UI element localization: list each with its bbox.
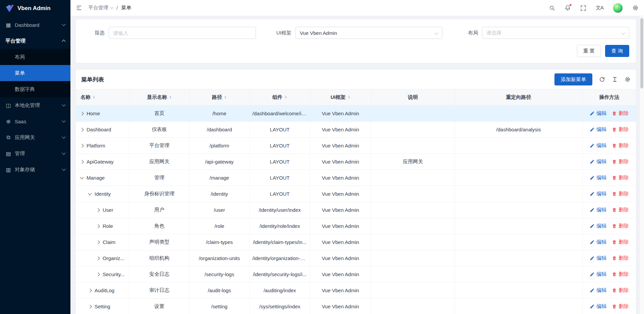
chevron-right-icon[interactable] bbox=[88, 305, 92, 308]
sidebar-item-gateway[interactable]: ⧉应用网关 bbox=[0, 129, 70, 145]
search-icon[interactable] bbox=[549, 5, 555, 11]
layout-select[interactable]: 请选择 bbox=[482, 27, 629, 39]
delete-button[interactable]: 删除 bbox=[612, 287, 629, 294]
table-row[interactable]: AuditLog审计日志/audit-logs/auditing/indexVu… bbox=[76, 282, 636, 299]
cell-ui-framework: Vue Vben Admin bbox=[310, 186, 371, 202]
fullscreen-icon[interactable] bbox=[580, 5, 586, 11]
table-row[interactable]: User用户/user/identity/user/indexVue Vben … bbox=[76, 202, 636, 218]
edit-button[interactable]: 编辑 bbox=[590, 303, 606, 310]
chevron-down-icon[interactable] bbox=[88, 191, 92, 195]
column-header-4[interactable]: UI框架▲▼ bbox=[310, 89, 371, 106]
table-row[interactable]: Security...安全日志/security-logs/identity/s… bbox=[76, 266, 636, 282]
menu-fold-icon[interactable] bbox=[76, 5, 82, 11]
add-menu-button[interactable]: 添加新菜单 bbox=[554, 73, 592, 85]
filter-card: 筛选 UI框架 Vue Vben Admin 布局 bbox=[76, 19, 636, 63]
column-header-0[interactable]: 名称▲▼ bbox=[76, 89, 129, 106]
table-row[interactable]: Organiz...组织机构/organization-units/identi… bbox=[76, 250, 636, 266]
edit-button[interactable]: 编辑 bbox=[590, 207, 606, 213]
edit-button[interactable]: 编辑 bbox=[590, 239, 606, 245]
delete-button[interactable]: 删除 bbox=[612, 142, 629, 149]
filter-input-wrap bbox=[109, 27, 256, 39]
chevron-right-icon[interactable] bbox=[96, 224, 100, 228]
chevron-right-icon[interactable] bbox=[96, 256, 100, 260]
chevron-right-icon[interactable] bbox=[80, 128, 84, 131]
table-row[interactable]: Role角色/role/identity/role/indexVue Vben … bbox=[76, 218, 636, 234]
search-button[interactable]: 查 询 bbox=[605, 45, 629, 57]
cell-name: Dashboard bbox=[76, 122, 129, 138]
sort-caret-icon[interactable]: ▲▼ bbox=[93, 96, 95, 99]
user-avatar[interactable] bbox=[613, 3, 623, 13]
column-header-1[interactable]: 显示名称▲▼ bbox=[129, 89, 189, 106]
edit-button[interactable]: 编辑 bbox=[590, 175, 606, 181]
sidebar-item-storage[interactable]: ▥对象存储 bbox=[0, 162, 70, 178]
translate-icon[interactable]: 文A bbox=[596, 5, 603, 11]
reset-button[interactable]: 重 置 bbox=[577, 45, 601, 57]
breadcrumb-parent[interactable]: 平台管理 bbox=[88, 5, 113, 11]
delete-button[interactable]: 删除 bbox=[612, 175, 629, 181]
chevron-right-icon[interactable] bbox=[96, 240, 100, 244]
delete-button[interactable]: 删除 bbox=[612, 239, 629, 245]
sort-caret-icon[interactable]: ▲▼ bbox=[348, 96, 351, 99]
edit-button[interactable]: 编辑 bbox=[590, 159, 606, 165]
delete-button[interactable]: 删除 bbox=[612, 303, 629, 310]
table-row[interactable]: ApiGateway应用网关/api-gatewayLAYOUTVue Vben… bbox=[76, 154, 636, 170]
sidebar-subitem-layout[interactable]: 布局 bbox=[0, 49, 70, 65]
delete-button[interactable]: 删除 bbox=[612, 159, 629, 165]
edit-button[interactable]: 编辑 bbox=[590, 191, 606, 197]
column-header-2[interactable]: 路径▲▼ bbox=[189, 89, 250, 106]
table-row[interactable]: Manage管理/manageLAYOUTVue Vben Admin编辑删除 bbox=[76, 170, 636, 186]
table-row[interactable]: Dashboard仪表板/dashboardLAYOUTVue Vben Adm… bbox=[76, 122, 636, 138]
sidebar-item-dashboard[interactable]: ▦Dashboard bbox=[0, 17, 70, 33]
table-body: Home首页/home/dashboard/welcome/in...Vue V… bbox=[76, 106, 636, 314]
sort-caret-icon[interactable]: ▲▼ bbox=[169, 96, 172, 99]
chevron-right-icon[interactable] bbox=[80, 160, 84, 164]
refresh-icon[interactable] bbox=[599, 76, 605, 82]
scrollbar-thumb[interactable] bbox=[640, 18, 643, 88]
scrollbar[interactable] bbox=[639, 16, 644, 314]
sidebar-item-localization[interactable]: ◫本地化管理 bbox=[0, 97, 70, 113]
chevron-right-icon[interactable] bbox=[96, 208, 100, 212]
table-row[interactable]: Platform平台管理/platformLAYOUTVue Vben Admi… bbox=[76, 138, 636, 154]
ui-framework-select[interactable]: Vue Vben Admin bbox=[296, 27, 443, 39]
chevron-right-icon[interactable] bbox=[88, 289, 92, 292]
chevron-right-icon[interactable] bbox=[96, 272, 100, 276]
settings-icon[interactable] bbox=[632, 5, 639, 11]
table-row[interactable]: Home首页/home/dashboard/welcome/in...Vue V… bbox=[76, 106, 636, 122]
table-row[interactable]: Claim声明类型/claim-types/identity/claim-typ… bbox=[76, 234, 636, 250]
cell-display-name: 管理 bbox=[129, 170, 189, 186]
delete-button[interactable]: 删除 bbox=[612, 191, 629, 197]
sidebar-item-label: 对象存储 bbox=[15, 167, 59, 173]
delete-button[interactable]: 删除 bbox=[612, 110, 629, 117]
delete-button[interactable]: 删除 bbox=[612, 126, 629, 133]
chevron-right-icon[interactable] bbox=[80, 112, 84, 115]
sort-caret-icon[interactable]: ▲▼ bbox=[224, 96, 227, 99]
logo[interactable]: Vben Admin bbox=[0, 0, 70, 17]
sidebar-item-saas[interactable]: ⊕Saas bbox=[0, 113, 70, 129]
delete-button[interactable]: 删除 bbox=[612, 255, 629, 261]
sidebar-item-manage[interactable]: ▤管理 bbox=[0, 145, 70, 162]
delete-button[interactable]: 删除 bbox=[612, 207, 629, 213]
table-row[interactable]: Setting设置/setting/sys/settings/indexVue … bbox=[76, 299, 636, 314]
delete-button[interactable]: 删除 bbox=[612, 271, 629, 277]
settings-icon[interactable] bbox=[625, 76, 631, 82]
edit-button[interactable]: 编辑 bbox=[590, 126, 606, 133]
edit-button[interactable]: 编辑 bbox=[590, 142, 606, 149]
chevron-down-icon bbox=[621, 31, 625, 35]
bell-icon[interactable] bbox=[565, 5, 571, 11]
sidebar-item-platform[interactable]: 平台管理 bbox=[0, 33, 70, 49]
edit-button[interactable]: 编辑 bbox=[590, 287, 606, 294]
sidebar-subitem-menu[interactable]: 菜单 bbox=[0, 65, 70, 81]
chevron-right-icon[interactable] bbox=[80, 144, 84, 147]
delete-button[interactable]: 删除 bbox=[612, 223, 629, 229]
edit-button[interactable]: 编辑 bbox=[590, 110, 606, 117]
filter-input[interactable] bbox=[109, 27, 256, 39]
edit-button[interactable]: 编辑 bbox=[590, 255, 606, 261]
row-height-icon[interactable] bbox=[612, 76, 618, 82]
chevron-down-icon[interactable] bbox=[80, 175, 84, 179]
edit-button[interactable]: 编辑 bbox=[590, 223, 606, 229]
table-row[interactable]: Identity身份标识管理/identityLAYOUTVue Vben Ad… bbox=[76, 186, 636, 202]
edit-button[interactable]: 编辑 bbox=[590, 271, 606, 277]
column-header-3[interactable]: 组件▲▼ bbox=[250, 89, 310, 106]
sidebar-subitem-dict[interactable]: 数据字典 bbox=[0, 81, 70, 97]
sort-caret-icon[interactable]: ▲▼ bbox=[284, 96, 287, 99]
